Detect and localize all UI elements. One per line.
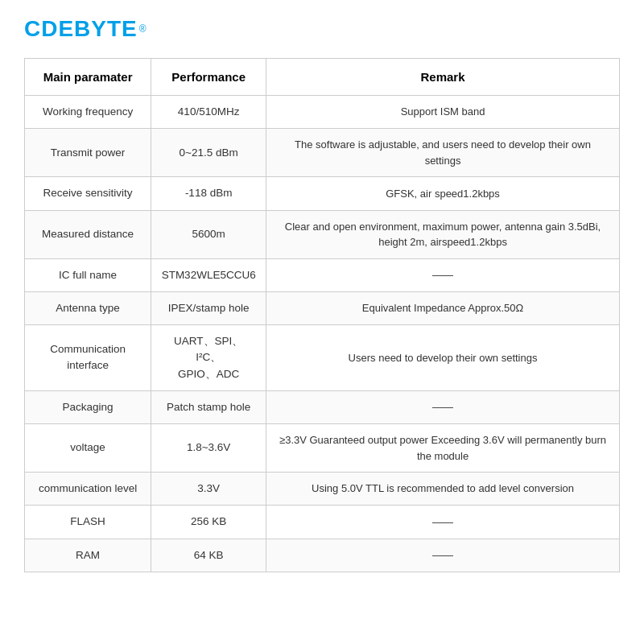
cell-remark: —— (266, 506, 620, 539)
cell-param: communication level (25, 473, 151, 506)
table-row: FLASH256 KB—— (25, 506, 620, 539)
cell-param: Antenna type (25, 291, 151, 324)
cell-performance: 256 KB (151, 506, 266, 539)
cell-param: Receive sensitivity (25, 177, 151, 210)
cell-remark: The software is adjustable, and users ne… (266, 129, 620, 177)
cell-remark: Equivalent Impedance Approx.50Ω (266, 291, 620, 324)
cell-remark: Using 5.0V TTL is recommended to add lev… (266, 473, 620, 506)
table-row: IC full nameSTM32WLE5CCU6—— (25, 258, 620, 291)
cell-remark: Users need to develop their own settings (266, 325, 620, 391)
table-row: Receive sensitivity-118 dBmGFSK, air spe… (25, 177, 620, 210)
cell-param: Transmit power (25, 129, 151, 177)
cell-performance: UART、SPI、I²C、GPIO、ADC (151, 325, 266, 391)
table-header-row: Main paramater Performance Remark (25, 59, 620, 96)
table-row: voltage1.8~3.6V≥3.3V Guaranteed output p… (25, 424, 620, 473)
table-row: communication level3.3VUsing 5.0V TTL is… (25, 473, 620, 506)
col-header-remark: Remark (266, 59, 620, 96)
cell-performance: IPEX/stamp hole (151, 291, 266, 324)
specs-table: Main paramater Performance Remark Workin… (24, 58, 620, 572)
table-row: Transmit power0~21.5 dBmThe software is … (25, 129, 620, 177)
cell-performance: STM32WLE5CCU6 (151, 258, 266, 291)
table-row: Measured distance5600mClear and open env… (25, 210, 620, 258)
cell-param: Measured distance (25, 210, 151, 258)
cell-performance: 0~21.5 dBm (151, 129, 266, 177)
cell-performance: 5600m (151, 210, 266, 258)
cell-param: IC full name (25, 258, 151, 291)
cell-remark: Clear and open environment, maximum powe… (266, 210, 620, 258)
logo-area: CDEBYTE ® (24, 16, 620, 42)
cell-performance: 3.3V (151, 473, 266, 506)
table-row: Antenna typeIPEX/stamp holeEquivalent Im… (25, 291, 620, 324)
table-row: PackagingPatch stamp hole—— (25, 390, 620, 423)
cell-performance: 64 KB (151, 539, 266, 572)
cell-performance: Patch stamp hole (151, 390, 266, 423)
cell-remark: —— (266, 258, 620, 291)
page-wrapper: CDEBYTE ® Main paramater Performance Rem… (0, 0, 644, 644)
cell-param: Communication interface (25, 325, 151, 391)
cell-performance: 410/510MHz (151, 96, 266, 129)
logo-text: CDEBYTE (24, 16, 138, 42)
table-row: RAM64 KB—— (25, 539, 620, 572)
cell-param: voltage (25, 424, 151, 473)
cell-param: RAM (25, 539, 151, 572)
cell-remark: Support ISM band (266, 96, 620, 129)
cell-param: Packaging (25, 390, 151, 423)
col-header-performance: Performance (151, 59, 266, 96)
cell-remark: GFSK, air speed1.2kbps (266, 177, 620, 210)
cell-param: Working frequency (25, 96, 151, 129)
col-header-param: Main paramater (25, 59, 151, 96)
table-row: Communication interfaceUART、SPI、I²C、GPIO… (25, 325, 620, 391)
cell-remark: ≥3.3V Guaranteed output power Exceeding … (266, 424, 620, 473)
cell-performance: 1.8~3.6V (151, 424, 266, 473)
cell-param: FLASH (25, 506, 151, 539)
cell-performance: -118 dBm (151, 177, 266, 210)
cell-remark: —— (266, 539, 620, 572)
table-row: Working frequency410/510MHzSupport ISM b… (25, 96, 620, 129)
cell-remark: —— (266, 390, 620, 423)
logo-reg: ® (139, 23, 147, 35)
